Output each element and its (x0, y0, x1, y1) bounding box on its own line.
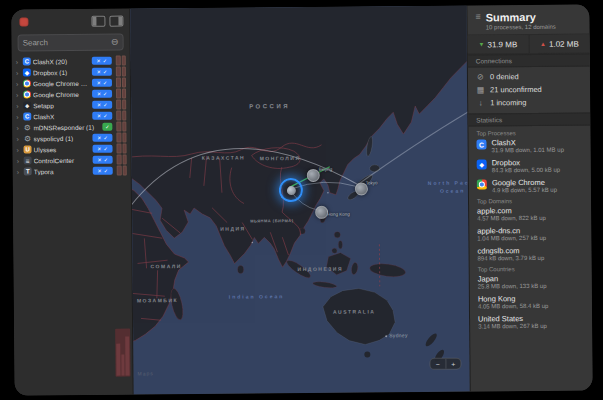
process-label: Dropbox (1) (33, 68, 90, 75)
map-label-mozambique: МОЗАМБИК (137, 297, 178, 303)
top-countries-list: Japan 25.8 MB down, 133 kB up Hong Kong … (478, 274, 584, 331)
chevron-right-icon[interactable]: › (17, 168, 22, 175)
search-input[interactable]: Search ⊖ (18, 34, 124, 52)
filter-icon[interactable]: ⊖ (111, 38, 119, 47)
traffic-meter-bars (116, 133, 126, 143)
map-label-north-pacific-1: North Pacific (428, 179, 470, 185)
desktop-background: Search ⊖ › ClashX (20) ✕✓ › (0, 0, 603, 400)
process-row[interactable]: › ControlCenter ✕✓ (17, 155, 127, 166)
chevron-right-icon[interactable]: › (16, 69, 21, 76)
menu-icon[interactable]: ≡ (475, 12, 480, 21)
traffic-totals: ▼ 31.9 MB ▲ 1.02 MB (468, 34, 590, 54)
node-label-tokyo: Tokyo (366, 180, 378, 185)
top-domain-entry[interactable]: apple.com 4.57 MB down, 822 kB up (477, 206, 583, 223)
deny-allow-buttons[interactable]: ✕✓ (92, 90, 112, 98)
deny-allow-buttons[interactable]: ✕✓ (93, 167, 113, 175)
chevron-right-icon[interactable]: › (16, 91, 21, 98)
connection-status-icon (476, 98, 485, 107)
zoom-in-button[interactable]: + (446, 359, 461, 369)
top-domain-detail: 4.57 MB down, 822 kB up (477, 215, 546, 223)
process-icon (23, 123, 31, 131)
process-label: syspolicyd (1) (33, 134, 90, 141)
process-label: Google Chrome via SL… (3) (33, 79, 90, 86)
map-label-sydney: Sydney (389, 332, 408, 338)
top-process-icon (477, 159, 487, 169)
process-row[interactable]: › Google Chrome ✕✓ (16, 89, 126, 100)
map-label-mongolia: МОНГОЛИЯ (260, 155, 301, 161)
process-icon (23, 79, 31, 87)
process-row[interactable]: › Typora ✕✓ (17, 166, 127, 177)
map-label-indonesia: ИНДОНЕЗИЯ (298, 266, 343, 272)
traffic-meter-bars (116, 122, 126, 132)
top-country-detail: 25.8 MB down, 133 kB up (478, 283, 547, 291)
download-total: ▼ 31.9 MB (468, 35, 530, 54)
upload-arrow-icon: ▲ (540, 41, 546, 47)
map-label-myanmar: МЬЯНМА (БИРМА) (250, 218, 293, 223)
top-process-detail: 4.9 kB down, 5.57 kB up (492, 187, 557, 195)
summary-panel: ≡ Summary 10 processes, 12 domains ▼ 31.… (466, 4, 592, 391)
process-sidebar: Search ⊖ › ClashX (20) ✕✓ › (11, 8, 133, 395)
traffic-meter-bars (116, 67, 126, 77)
deny-allow-buttons[interactable]: ✕✓ (102, 123, 112, 131)
process-row[interactable]: › syspolicyd (1) ✕✓ (16, 133, 126, 144)
top-process-detail: 31.9 MB down, 1.01 MB up (492, 147, 564, 155)
chevron-right-icon[interactable]: › (16, 113, 21, 120)
process-row[interactable]: › ClashX (20) ✕✓ (16, 56, 126, 67)
top-country-entry[interactable]: United States 3.14 MB down, 267 kB up (478, 314, 584, 331)
selected-location-node[interactable] (279, 178, 303, 202)
deny-allow-buttons[interactable]: ✕✓ (92, 79, 112, 87)
traffic-meter-bars (116, 89, 126, 99)
process-label: Setapp (33, 101, 90, 108)
search-placeholder: Search (23, 38, 109, 48)
process-row[interactable]: › Ulysses ✕✓ (17, 144, 127, 155)
chevron-right-icon[interactable]: › (16, 80, 21, 87)
top-country-detail: 3.14 MB down, 267 kB up (478, 323, 547, 331)
chevron-right-icon[interactable]: › (16, 135, 21, 142)
process-row[interactable]: › ClashX ✕✓ (16, 111, 126, 122)
deny-allow-buttons[interactable]: ✕✓ (93, 156, 113, 164)
toggle-left-panel-icon[interactable] (91, 15, 105, 26)
top-process-entry[interactable]: Google Chrome 4.9 kB down, 5.57 kB up (477, 178, 583, 195)
connection-status-row[interactable]: 1 incoming (476, 96, 582, 110)
top-country-entry[interactable]: Japan 25.8 MB down, 133 kB up (478, 274, 584, 291)
deny-allow-buttons[interactable]: ✕✓ (92, 57, 112, 65)
process-icon (24, 167, 32, 175)
chevron-right-icon[interactable]: › (17, 146, 22, 153)
summary-subtitle: 10 processes, 12 domains (486, 24, 556, 31)
process-label: ClashX (20) (33, 57, 90, 64)
chevron-right-icon[interactable]: › (16, 58, 21, 65)
top-process-entry[interactable]: ClashX 31.9 MB down, 1.01 MB up (476, 138, 582, 155)
top-countries-label: Top Countries (478, 266, 584, 273)
deny-allow-buttons[interactable]: ✕✓ (92, 68, 112, 76)
process-row[interactable]: › Setapp ✕✓ (16, 100, 126, 111)
process-row[interactable]: › mDNSResponder (1) ✕✓ (16, 122, 126, 133)
connection-status-row[interactable]: 0 denied (476, 70, 582, 84)
process-list[interactable]: › ClashX (20) ✕✓ › Dropbox (1) ✕✓ (12, 54, 131, 177)
zoom-out-button[interactable]: − (430, 359, 446, 369)
deny-allow-buttons[interactable]: ✕✓ (92, 112, 112, 120)
top-process-entry[interactable]: Dropbox 84.3 kB down, 5.00 kB up (477, 158, 583, 175)
process-row[interactable]: › Google Chrome via SL… (3) ✕✓ (16, 78, 126, 89)
connection-node-beijing[interactable] (306, 168, 319, 181)
sidebar-header (11, 8, 129, 31)
connection-node-hong-kong[interactable] (315, 205, 328, 218)
top-country-entry[interactable]: Hong Kong 4.05 MB down, 58.4 kB up (478, 294, 584, 311)
top-domain-entry[interactable]: cdngslb.com 894 kB down, 3.79 kB up (477, 246, 583, 263)
process-row[interactable]: › Dropbox (1) ✕✓ (16, 67, 126, 78)
traffic-meter-bars (116, 111, 126, 121)
map-attribution: Maps (137, 370, 153, 376)
world-map[interactable]: РОССИЯ КАЗАХСТАН МОНГОЛИЯ ИНДИЯ МЬЯНМА (… (130, 6, 469, 395)
toggle-right-panel-icon[interactable] (109, 15, 123, 26)
chevron-right-icon[interactable]: › (16, 124, 21, 131)
top-process-detail: 84.3 kB down, 5.00 kB up (492, 167, 560, 175)
deny-allow-buttons[interactable]: ✕✓ (93, 145, 113, 153)
deny-allow-buttons[interactable]: ✕✓ (92, 101, 112, 109)
process-icon (24, 145, 32, 153)
top-domain-detail: 894 kB down, 3.79 kB up (477, 255, 544, 263)
deny-allow-buttons[interactable]: ✕✓ (92, 134, 112, 142)
chevron-right-icon[interactable]: › (16, 102, 21, 109)
chevron-right-icon[interactable]: › (17, 157, 22, 164)
map-label-india: ИНДИЯ (220, 225, 246, 231)
top-domain-entry[interactable]: apple-dns.cn 1.04 MB down, 257 kB up (477, 226, 583, 243)
connection-status-row[interactable]: 21 unconfirmed (476, 83, 582, 97)
